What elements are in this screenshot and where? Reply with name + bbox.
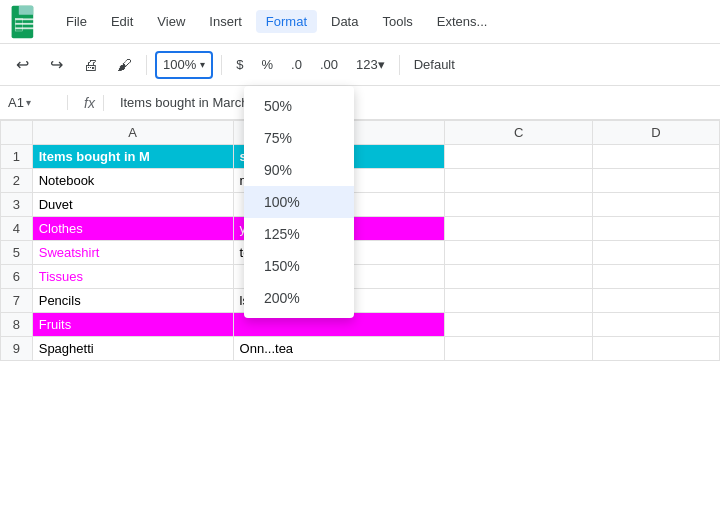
zoom-option[interactable]: 125% [244,218,354,250]
percent-button[interactable]: % [255,51,279,79]
menu-tools[interactable]: Tools [372,10,422,33]
svg-rect-1 [19,5,33,14]
svg-rect-3 [15,22,37,24]
menu-data[interactable]: Data [321,10,368,33]
cell-reference[interactable]: A1 ▾ [8,95,68,110]
toolbar-separator-3 [399,55,400,75]
table-row: 2Notebookngent [1,169,720,193]
col-header-c[interactable]: C [445,121,593,145]
default-font-button[interactable]: Default [408,51,461,79]
row-header-8[interactable]: 8 [1,313,33,337]
svg-rect-2 [15,18,37,20]
corner-header [1,121,33,145]
table-cell[interactable]: Sweatshirt [32,241,233,265]
column-header-row: A B C D [1,121,720,145]
row-header-7[interactable]: 7 [1,289,33,313]
decimal-decrease-button[interactable]: .0 [285,51,308,79]
currency-button[interactable]: $ [230,51,249,79]
undo-icon: ↩ [16,55,29,74]
menu-format[interactable]: Format [256,10,317,33]
cell-ref-label: A1 [8,95,24,110]
table-cell[interactable]: Tissues [32,265,233,289]
more-formats-button[interactable]: 123▾ [350,51,391,79]
table-cell[interactable] [593,241,720,265]
formula-bar: A1 ▾ fx Items bought in March. [0,86,720,120]
table-row: 7Pencilsls [1,289,720,313]
row-header-3[interactable]: 3 [1,193,33,217]
cell-ref-dropdown[interactable]: A1 ▾ [8,95,31,110]
table-row: 4Clothesy [1,217,720,241]
table-cell[interactable] [593,217,720,241]
table-cell[interactable] [445,193,593,217]
zoom-option[interactable]: 50% [244,90,354,122]
table-row: 5Sweatshirttea [1,241,720,265]
redo-button[interactable]: ↪ [42,51,70,79]
toolbar-separator-1 [146,55,147,75]
zoom-option[interactable]: 100% [244,186,354,218]
table-cell[interactable] [593,337,720,361]
table-cell[interactable]: Spaghetti [32,337,233,361]
table-cell[interactable]: Clothes [32,217,233,241]
table-row: 3Duvet [1,193,720,217]
table-cell[interactable] [445,145,593,169]
table-cell[interactable] [593,289,720,313]
table-cell[interactable] [445,337,593,361]
toolbar-separator-2 [221,55,222,75]
row-header-1[interactable]: 1 [1,145,33,169]
zoom-value-label: 100% [163,57,196,72]
menu-bar: File Edit View Insert Format Data Tools … [0,0,720,44]
table-row: 1Items bought in Ms bought in April [1,145,720,169]
row-header-6[interactable]: 6 [1,265,33,289]
format-paint-button[interactable]: 🖌 [110,51,138,79]
print-icon: 🖨 [83,56,98,73]
col-header-a[interactable]: A [32,121,233,145]
table-cell[interactable]: Duvet [32,193,233,217]
table-cell[interactable] [445,241,593,265]
decimal-increase-button[interactable]: .00 [314,51,344,79]
zoom-option[interactable]: 75% [244,122,354,154]
table-cell[interactable] [593,169,720,193]
table-cell[interactable] [593,193,720,217]
menu-file[interactable]: File [56,10,97,33]
row-header-5[interactable]: 5 [1,241,33,265]
table-cell[interactable]: Fruits [32,313,233,337]
menu-edit[interactable]: Edit [101,10,143,33]
table-cell[interactable] [593,313,720,337]
undo-button[interactable]: ↩ [8,51,36,79]
grid-container: A B C D 1Items bought in Ms bought in Ap… [0,120,720,361]
table-cell[interactable] [445,169,593,193]
table-cell[interactable]: Onn...tea [233,337,444,361]
table-cell[interactable] [593,265,720,289]
spreadsheet-grid: A B C D 1Items bought in Ms bought in Ap… [0,120,720,361]
app-logo [8,4,44,40]
table-cell[interactable] [445,289,593,313]
zoom-option[interactable]: 90% [244,154,354,186]
table-cell[interactable] [445,217,593,241]
table-cell[interactable]: Items bought in M [32,145,233,169]
svg-rect-4 [15,27,37,29]
redo-icon: ↪ [50,55,63,74]
row-header-2[interactable]: 2 [1,169,33,193]
format-paint-icon: 🖌 [117,56,132,73]
formula-content: Items bought in March. [112,95,712,110]
zoom-dropdown[interactable]: 100% ▾ [155,51,213,79]
table-cell[interactable]: Notebook [32,169,233,193]
table-row: 8Fruits [1,313,720,337]
table-cell[interactable] [445,265,593,289]
zoom-option[interactable]: 150% [244,250,354,282]
toolbar: ↩ ↪ 🖨 🖌 100% ▾ $ % .0 .00 123▾ Default [0,44,720,86]
col-header-d[interactable]: D [593,121,720,145]
menu-view[interactable]: View [147,10,195,33]
menu-extensions[interactable]: Extens... [427,10,498,33]
zoom-option[interactable]: 200% [244,282,354,314]
table-cell[interactable] [445,313,593,337]
zoom-menu: 50%75%90%100%125%150%200% [244,86,354,318]
table-row: 9SpaghettiOnn...tea [1,337,720,361]
zoom-dropdown-arrow-icon: ▾ [200,59,205,70]
row-header-4[interactable]: 4 [1,217,33,241]
row-header-9[interactable]: 9 [1,337,33,361]
menu-insert[interactable]: Insert [199,10,252,33]
print-button[interactable]: 🖨 [76,51,104,79]
table-cell[interactable] [593,145,720,169]
table-cell[interactable]: Pencils [32,289,233,313]
